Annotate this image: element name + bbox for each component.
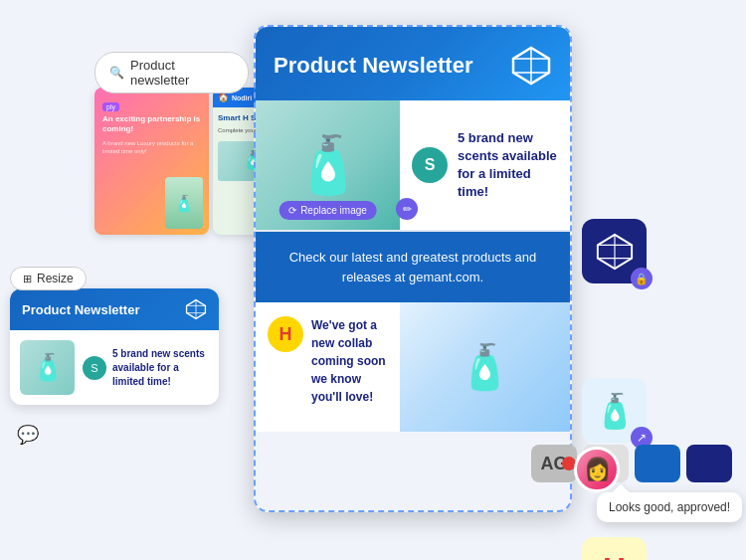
- user-avatar: 👩: [574, 447, 620, 492]
- right-diamond-icon: [595, 232, 635, 272]
- section-2-text: Check our latest and greatest products a…: [276, 248, 550, 286]
- thumb1-heading: An exciting partnership is coming!: [102, 114, 201, 135]
- section-1-description: 5 brand new scents available for a limit…: [458, 129, 558, 202]
- right-icon-h[interactable]: H ↗: [582, 537, 647, 560]
- right-icon-bottle[interactable]: 🧴 ↗: [582, 378, 647, 443]
- avatar-image: 👩: [584, 457, 611, 482]
- svg-line-17: [615, 234, 632, 244]
- color-swatch-1[interactable]: [635, 445, 680, 482]
- section-1-text-area: S 5 brand new scents available for a lim…: [400, 100, 570, 230]
- main-card-section-1: 🧴 ⟳ Replace image ✏ S 5 brand new scents…: [256, 100, 570, 232]
- search-icon: 🔍: [109, 66, 124, 80]
- thumbnail-card-1: ply An exciting partnership is coming! A…: [94, 88, 209, 235]
- thumb2-brand: Nodiri: [232, 94, 252, 101]
- mini-product-image: 🧴: [20, 340, 75, 395]
- thumb1-body: A brand new Luxury products for a limite…: [102, 139, 201, 156]
- resize-button[interactable]: ⊞ Resize: [10, 267, 87, 290]
- bottle-image-icon: 🧴: [594, 391, 636, 431]
- search-input-value: Product newsletter: [130, 58, 234, 88]
- color-swatch-2[interactable]: [686, 445, 732, 482]
- section-3-product-image: 🧴: [400, 302, 570, 432]
- section-3-description: We've got a new collab coming soon we kn…: [311, 316, 388, 406]
- main-newsletter-card: Product Newsletter 🧴 ⟳ Replace image ✏ S: [254, 25, 572, 512]
- h-letter-display: H: [603, 551, 626, 560]
- right-icon-container-1: 🔒: [632, 109, 696, 174]
- mini-preview-card: Product Newsletter 🧴 S 5 brand new scent…: [10, 288, 219, 405]
- right-icon-container-3: H ↗: [632, 269, 696, 333]
- main-card-header: Product Newsletter: [256, 27, 570, 100]
- resize-label: Resize: [37, 272, 74, 285]
- mini-diamond-icon: [185, 298, 207, 320]
- svg-line-5: [531, 48, 549, 59]
- comment-icon[interactable]: 💬: [14, 421, 42, 449]
- approval-tooltip: Looks good, approved!: [597, 492, 742, 522]
- svg-line-6: [513, 73, 531, 84]
- section-1-product-image: 🧴 ⟳ Replace image ✏: [256, 100, 400, 230]
- search-bar[interactable]: 🔍 Product newsletter: [94, 52, 249, 93]
- svg-line-7: [531, 73, 549, 84]
- thumb1-tag: ply: [102, 102, 119, 111]
- replace-label: Replace image: [300, 205, 367, 216]
- replace-image-button[interactable]: ⟳ Replace image: [279, 201, 377, 220]
- mini-card-header: Product Newsletter: [10, 288, 219, 330]
- tooltip-text: Looks good, approved!: [609, 500, 730, 514]
- yellow-h-icon: H: [268, 316, 303, 352]
- mini-card-body: 🧴 S 5 brand new scents available for a l…: [10, 330, 219, 405]
- main-card-section-2: Check our latest and greatest products a…: [256, 232, 570, 302]
- s-letter-icon: S: [425, 156, 436, 174]
- replace-icon: ⟳: [288, 205, 296, 216]
- mini-card-text-area: S 5 brand new scents available for a lim…: [83, 347, 209, 389]
- mini-card-description: 5 brand new scents available for a limit…: [112, 347, 209, 389]
- svg-line-16: [597, 234, 614, 244]
- thumb1-product-image: 🧴: [165, 177, 203, 229]
- edit-corner-button[interactable]: ✏: [396, 198, 418, 220]
- section-3-text-area: H We've got a new collab coming soon we …: [256, 302, 400, 432]
- mini-green-icon: S: [83, 356, 106, 380]
- mini-card-title: Product Newsletter: [22, 302, 139, 317]
- right-icon-container-2: 🧴 ↗: [632, 189, 696, 254]
- main-card-title: Product Newsletter: [274, 53, 473, 79]
- resize-icon: ⊞: [23, 273, 32, 285]
- svg-line-4: [513, 48, 531, 59]
- green-circle-icon: S: [412, 147, 448, 183]
- main-card-section-3: H We've got a new collab coming soon we …: [256, 302, 570, 432]
- diamond-logo-icon: [510, 45, 552, 87]
